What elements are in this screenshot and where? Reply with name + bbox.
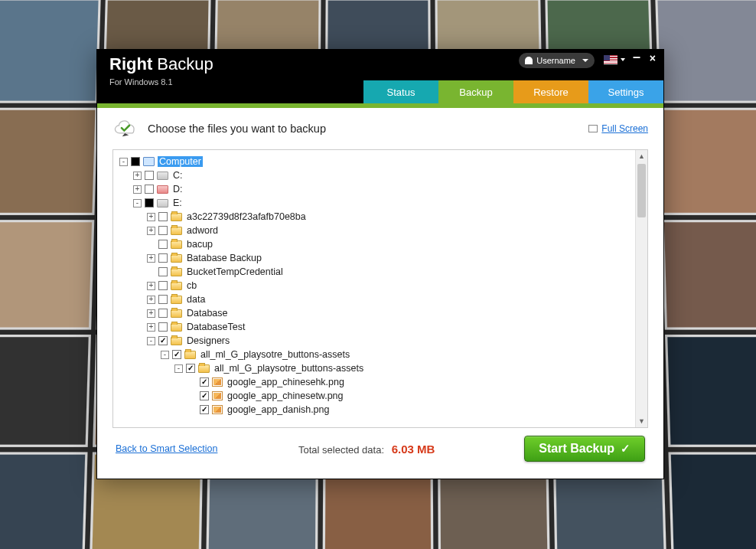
tab-status[interactable]: Status — [363, 80, 438, 103]
collapse-icon[interactable]: - — [174, 364, 183, 373]
tree-node-label[interactable]: data — [185, 294, 207, 305]
checkbox[interactable] — [158, 336, 168, 345]
expand-icon[interactable]: + — [147, 227, 155, 235]
tree-node-label[interactable]: BucketTempCredential — [185, 266, 285, 277]
tree-node[interactable]: +a3c22739d8f23afafb70e8ba — [119, 210, 635, 224]
tree-node[interactable]: BucketTempCredential — [119, 265, 635, 279]
tree-node-label[interactable]: all_ml_G_playsotre_buttons-assets — [199, 349, 351, 360]
tree-node[interactable]: +C: — [119, 168, 635, 182]
collapse-icon[interactable]: - — [161, 351, 169, 359]
expand-icon[interactable]: + — [147, 309, 155, 318]
tree-node[interactable]: +data — [119, 292, 635, 306]
checkbox[interactable] — [131, 157, 140, 166]
page-heading: Choose the files you want to backup — [148, 123, 326, 135]
expand-icon[interactable]: + — [133, 185, 142, 194]
file-tree[interactable]: -Computer+C:+D:-E:+a3c22739d8f23afafb70e… — [113, 150, 635, 427]
language-flag[interactable] — [604, 55, 618, 64]
chevron-down-icon — [621, 58, 625, 61]
checkbox[interactable] — [158, 322, 168, 332]
user-menu[interactable]: Username — [519, 53, 595, 68]
tree-node[interactable]: +DatabaseTest — [119, 320, 635, 334]
check-icon: ✓ — [621, 442, 631, 456]
app-window: Right Backup For Windows 8.1 Username – … — [96, 49, 664, 479]
tab-backup[interactable]: Backup — [438, 80, 513, 103]
expand-icon[interactable]: + — [147, 282, 155, 290]
checkbox[interactable] — [158, 253, 168, 263]
minimize-button[interactable]: – — [633, 49, 640, 65]
checkbox[interactable] — [158, 267, 168, 276]
image-file-icon — [212, 405, 223, 414]
folder-icon — [171, 282, 182, 290]
checkbox[interactable] — [186, 364, 195, 373]
folder-icon — [171, 227, 182, 235]
expand-icon[interactable]: + — [147, 254, 155, 263]
total-label: Total selected data: — [298, 444, 384, 456]
tree-node[interactable]: bacup — [119, 237, 635, 251]
tree-node-label[interactable]: DatabaseTest — [185, 322, 246, 332]
tree-node[interactable]: google_app_chinesehk.png — [119, 375, 635, 389]
collapse-icon[interactable]: - — [133, 199, 142, 208]
drive-icon — [157, 172, 168, 180]
tree-node[interactable]: google_app_chinesetw.png — [119, 389, 635, 403]
checkbox[interactable] — [172, 350, 181, 359]
collapse-icon[interactable]: - — [147, 337, 155, 345]
brand-light: Backup — [157, 54, 213, 74]
tree-node-label[interactable]: google_app_chinesehk.png — [226, 377, 346, 387]
tree-node[interactable]: -all_ml_G_playsotre_buttons-assets — [119, 348, 635, 361]
checkbox[interactable] — [158, 240, 168, 249]
checkbox[interactable] — [145, 185, 154, 194]
start-backup-button[interactable]: Start Backup ✓ — [524, 436, 645, 462]
tree-node-label[interactable]: google_app_chinesetw.png — [226, 391, 345, 401]
tree-node-label[interactable]: bacup — [185, 239, 214, 250]
tree-node-label[interactable]: Database — [185, 308, 230, 319]
tree-node-label[interactable]: Computer — [158, 156, 203, 167]
checkbox[interactable] — [158, 226, 168, 235]
checkbox[interactable] — [145, 171, 154, 180]
expand-icon[interactable]: + — [147, 323, 155, 332]
tree-node[interactable]: +Batabase Backup — [119, 251, 635, 265]
tree-node[interactable]: -E: — [119, 196, 635, 210]
checkbox[interactable] — [158, 212, 168, 221]
checkbox[interactable] — [200, 377, 209, 387]
expand-icon[interactable]: + — [147, 213, 155, 221]
checkbox[interactable] — [158, 295, 168, 304]
tree-node[interactable]: +D: — [119, 182, 635, 196]
tree-node-label[interactable]: google_app_danish.png — [226, 404, 331, 415]
tree-node-label[interactable]: adword — [185, 225, 220, 236]
scroll-thumb[interactable] — [637, 164, 646, 217]
scroll-up-button[interactable]: ▲ — [636, 150, 647, 162]
checkbox[interactable] — [200, 405, 209, 414]
tree-node-label[interactable]: E: — [171, 198, 184, 208]
tree-node-label[interactable]: D: — [171, 184, 184, 194]
checkbox[interactable] — [145, 198, 154, 208]
tree-node[interactable]: +cb — [119, 279, 635, 292]
tree-node[interactable]: google_app_danish.png — [119, 403, 635, 417]
tree-node-label[interactable]: Batabase Backup — [185, 253, 263, 263]
tree-node[interactable]: -Designers — [119, 334, 635, 348]
tree-node[interactable]: -all_ml_G_playsotre_buttons-assets — [119, 361, 635, 375]
tree-node-label[interactable]: C: — [171, 170, 184, 181]
tab-settings[interactable]: Settings — [588, 80, 663, 103]
window-body: Choose the files you want to backup Full… — [97, 108, 663, 479]
tree-node-label[interactable]: a3c22739d8f23afafb70e8ba — [185, 211, 308, 222]
checkbox[interactable] — [158, 281, 168, 290]
tree-node-label[interactable]: cb — [185, 280, 198, 291]
expand-icon[interactable]: + — [133, 172, 142, 180]
tree-node[interactable]: -Computer — [119, 155, 635, 168]
scrollbar[interactable]: ▲ ▼ — [635, 150, 647, 427]
fullscreen-link[interactable]: Full Screen — [588, 123, 648, 134]
expand-icon[interactable]: + — [147, 296, 155, 304]
fullscreen-label: Full Screen — [601, 123, 648, 134]
close-button[interactable]: × — [650, 52, 656, 64]
tree-node-label[interactable]: all_ml_G_playsotre_buttons-assets — [213, 363, 365, 374]
checkbox[interactable] — [158, 309, 168, 318]
expander-spacer — [188, 406, 197, 414]
back-to-smart-selection-link[interactable]: Back to Smart Selection — [116, 443, 217, 454]
collapse-icon[interactable]: - — [119, 158, 128, 166]
tree-node[interactable]: +adword — [119, 224, 635, 237]
scroll-down-button[interactable]: ▼ — [636, 415, 647, 427]
tree-node-label[interactable]: Designers — [185, 335, 231, 346]
tab-restore[interactable]: Restore — [513, 80, 588, 103]
tree-node[interactable]: +Database — [119, 306, 635, 320]
checkbox[interactable] — [200, 391, 209, 400]
